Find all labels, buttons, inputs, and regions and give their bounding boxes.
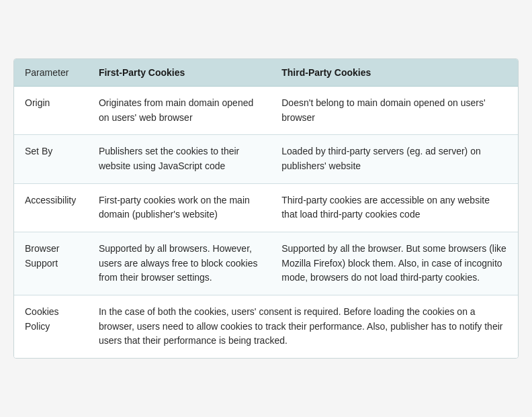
table-row: Set ByPublishers set the cookies to thei…: [14, 135, 518, 183]
cell-first-party: Originates from main domain opened on us…: [88, 86, 271, 134]
table-header-row: Parameter First-Party Cookies Third-Part…: [14, 59, 518, 87]
header-third-party: Third-Party Cookies: [271, 59, 518, 87]
cell-parameter: Accessibility: [14, 183, 88, 232]
cell-third-party: Doesn't belong to main domain opened on …: [271, 86, 518, 134]
cell-parameter: Origin: [14, 86, 88, 134]
cell-first-party: Publishers set the cookies to their webs…: [88, 135, 271, 183]
table-row: Cookies PolicyIn the case of both the co…: [14, 295, 518, 359]
cell-third-party: Loaded by third-party servers (eg. ad se…: [271, 135, 518, 183]
cell-first-party: Supported by all browsers. However, user…: [88, 232, 271, 295]
cell-third-party: Third-party cookies are accessible on an…: [271, 183, 518, 232]
cell-parameter: Cookies Policy: [14, 295, 88, 359]
header-first-party: First-Party Cookies: [88, 59, 271, 87]
comparison-table: Parameter First-Party Cookies Third-Part…: [13, 58, 519, 359]
table-row: OriginOriginates from main domain opened…: [14, 86, 518, 134]
table-row: Browser SupportSupported by all browsers…: [14, 232, 518, 295]
cell-first-party: First-party cookies work on the main dom…: [88, 183, 271, 232]
cell-third-party: Supported by all the browser. But some b…: [271, 232, 518, 295]
cell-parameter: Set By: [14, 135, 88, 183]
cell-parameter: Browser Support: [14, 232, 88, 295]
table-row: AccessibilityFirst-party cookies work on…: [14, 183, 518, 232]
header-parameter: Parameter: [14, 59, 88, 87]
cell-merged: In the case of both the cookies, users' …: [88, 295, 518, 359]
